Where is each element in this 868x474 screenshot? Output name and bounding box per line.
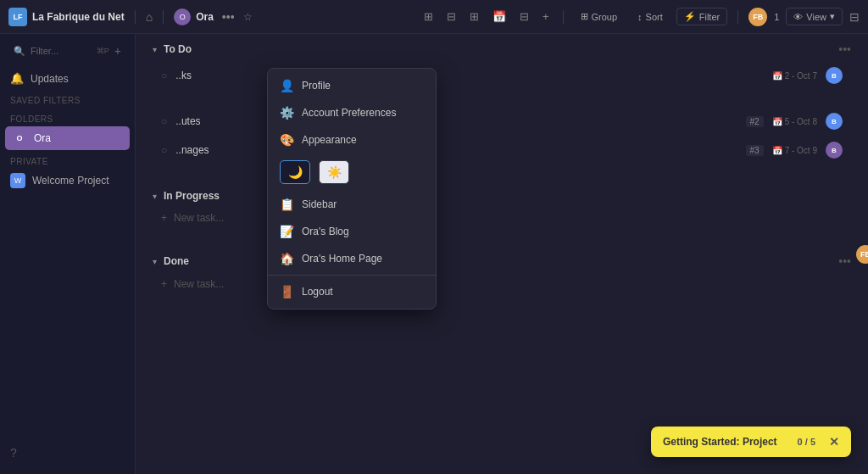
task-avatar: B xyxy=(826,67,843,84)
task-group-partial: ○ ..utes #2 📅 5 - Oct 8 B ○ ..nages #3 📅 xyxy=(153,107,851,165)
user-dropdown-menu: 👤 Profile ⚙️ Account Preferences 🎨 Appea… xyxy=(267,68,437,309)
task-group-in-progress: ▾ In Progress FB + New task... xyxy=(153,181,851,229)
nav-sep-3 xyxy=(563,10,564,24)
home-icon[interactable]: ⌂ xyxy=(146,10,153,24)
folders-section: Folders xyxy=(0,108,135,126)
panel-layout-icon[interactable]: ⊟ xyxy=(849,10,860,24)
dropdown-appearance-label: Appearance xyxy=(302,134,357,146)
layout-board-icon[interactable]: ⊞ xyxy=(466,7,482,26)
calendar-icon-3: 📅 xyxy=(772,146,782,155)
task-group-done: ▾ Done ••• + New task... xyxy=(153,246,851,295)
light-theme-button[interactable]: ☀️ xyxy=(319,160,349,184)
view-label: View xyxy=(806,12,826,22)
dropdown-blog-label: Ora's Blog xyxy=(302,226,349,237)
sidebar-item-ora[interactable]: O Ora xyxy=(5,126,130,150)
toast-close-button[interactable]: ✕ xyxy=(829,435,839,449)
sidebar-search-row[interactable]: 🔍 Filter... ⌘P + xyxy=(5,41,130,61)
task-avatar-3: B xyxy=(826,142,843,159)
layout-add-icon[interactable]: + xyxy=(539,7,553,26)
nav-separator xyxy=(135,10,136,24)
table-row[interactable]: ○ ..nages #3 📅 7 - Oct 9 B xyxy=(153,136,851,165)
dropdown-item-account-prefs[interactable]: ⚙️ Account Preferences xyxy=(268,99,436,126)
sort-label: Sort xyxy=(646,12,663,22)
task-tag-2: #2 xyxy=(746,116,764,127)
dropdown-profile-label: Profile xyxy=(302,80,331,92)
content-area: ▾ To Do ••• ○ ..ks 📅 2 - Oct 7 B ○ xyxy=(136,34,868,474)
group-button[interactable]: ⊞ Group xyxy=(574,8,625,25)
homepage-icon: 🏠 xyxy=(280,252,293,265)
nav-sep-4 xyxy=(737,10,738,24)
task-group-todo: ▾ To Do ••• ○ ..ks 📅 2 - Oct 7 B xyxy=(153,34,851,90)
search-icon: 🔍 xyxy=(14,46,25,57)
dropdown-item-profile[interactable]: 👤 Profile xyxy=(268,72,436,99)
private-section: Private xyxy=(0,150,135,169)
view-icon: 👁 xyxy=(793,12,803,22)
star-icon[interactable]: ☆ xyxy=(243,11,253,23)
welcome-project-label: Welcome Project xyxy=(32,175,108,187)
sort-button[interactable]: ↕ Sort xyxy=(631,9,670,25)
filter-button[interactable]: ⚡ Filter xyxy=(676,8,727,25)
user-count: 1 xyxy=(774,12,779,22)
logout-icon: 🚪 xyxy=(280,285,293,298)
task-status-icon-2: ○ xyxy=(161,115,167,127)
updates-label: Updates xyxy=(31,73,69,85)
task-date-3: 📅 7 - Oct 9 xyxy=(772,146,817,155)
todo-group-title: To Do xyxy=(164,43,192,55)
nav-project[interactable]: O Ora xyxy=(174,8,214,25)
task-date: 📅 2 - Oct 7 xyxy=(772,71,817,81)
task-status-icon-3: ○ xyxy=(161,144,167,156)
sidebar-bottom: ? xyxy=(0,438,135,467)
filter-label: Filter xyxy=(699,12,720,22)
table-row[interactable]: ○ ..ks 📅 2 - Oct 7 B xyxy=(153,61,851,90)
done-group-title: Done xyxy=(164,255,189,267)
sidebar-item-welcome[interactable]: W Welcome Project xyxy=(0,169,135,192)
table-row[interactable]: ○ ..utes #2 📅 5 - Oct 8 B xyxy=(153,107,851,136)
dropdown-separator xyxy=(268,275,436,276)
getting-started-toast: Getting Started: Project 0 / 5 ✕ xyxy=(651,427,851,457)
task-group-todo-header: ▾ To Do ••• xyxy=(153,34,851,61)
task-group-done-header: ▾ Done ••• xyxy=(153,246,851,273)
nav-brand[interactable]: LF La Fabrique du Net xyxy=(8,8,125,26)
task-tag-3: #3 xyxy=(746,145,764,156)
welcome-project-icon: W xyxy=(10,173,25,188)
group-icon: ⊞ xyxy=(581,11,588,22)
plus-icon-2: + xyxy=(161,278,167,290)
account-prefs-icon: ⚙️ xyxy=(280,106,293,120)
dropdown-item-blog[interactable]: 📝 Ora's Blog xyxy=(268,218,436,245)
help-icon[interactable]: ? xyxy=(10,446,17,460)
filter-icon: ⚡ xyxy=(684,11,696,22)
layout-gantt-icon[interactable]: ⊟ xyxy=(516,7,532,26)
dark-theme-button[interactable]: 🌙 xyxy=(280,160,310,184)
new-task-label-2: New task... xyxy=(174,278,224,290)
calendar-icon: 📅 xyxy=(772,71,782,81)
view-chevron: ▾ xyxy=(830,11,835,22)
sort-icon: ↕ xyxy=(637,12,643,22)
main-layout: 🔍 Filter... ⌘P + 🔔 Updates Saved Filters… xyxy=(0,34,868,474)
dropdown-account-prefs-label: Account Preferences xyxy=(302,107,396,119)
brand-name: La Fabrique du Net xyxy=(32,11,125,23)
add-button[interactable]: + xyxy=(114,44,121,58)
done-group-more[interactable]: ••• xyxy=(838,254,851,268)
new-task-done[interactable]: + New task... xyxy=(153,273,851,295)
task-status-icon: ○ xyxy=(161,70,167,81)
dropdown-item-appearance[interactable]: 🎨 Appearance xyxy=(268,126,436,153)
dropdown-homepage-label: Ora's Home Page xyxy=(302,253,382,265)
layout-list-icon[interactable]: ⊞ xyxy=(420,7,437,26)
dropdown-item-sidebar[interactable]: 📋 Sidebar xyxy=(268,191,436,218)
dropdown-item-logout[interactable]: 🚪 Logout xyxy=(268,278,436,305)
task-group-inprogress-header: ▾ In Progress FB xyxy=(153,181,851,207)
layout-calendar-icon[interactable]: 📅 xyxy=(489,7,509,26)
project-more-icon[interactable]: ••• xyxy=(220,10,236,24)
view-button[interactable]: 👁 View ▾ xyxy=(786,8,843,25)
sidebar-icon: 📋 xyxy=(280,198,293,211)
dropdown-item-homepage[interactable]: 🏠 Ora's Home Page xyxy=(268,245,436,272)
task-name-3: ..nages xyxy=(175,144,737,156)
todo-group-more[interactable]: ••• xyxy=(838,42,851,56)
sidebar-item-updates[interactable]: 🔔 Updates xyxy=(0,68,135,89)
toast-count: 0 / 5 xyxy=(798,437,815,447)
new-task-inprogress[interactable]: + New task... xyxy=(153,207,851,229)
ora-folder-icon: O xyxy=(12,131,27,146)
user-avatar[interactable]: FB xyxy=(748,8,767,26)
layout-grid-icon[interactable]: ⊟ xyxy=(443,7,459,26)
dropdown-logout-label: Logout xyxy=(302,286,333,298)
